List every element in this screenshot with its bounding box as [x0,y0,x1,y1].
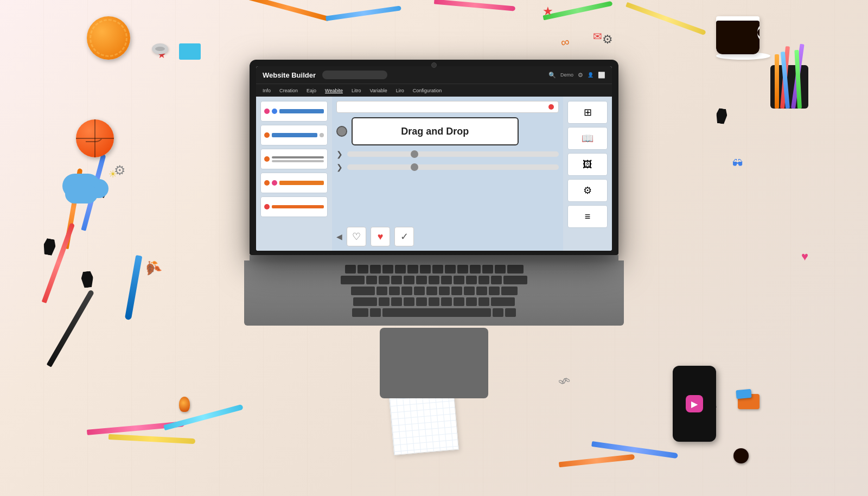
star-decor: ★ [542,4,553,18]
key [441,297,452,306]
search-icon[interactable]: 🔍 [548,72,556,79]
cup-body [716,16,760,54]
key [420,265,431,274]
nav-item-info[interactable]: Info [263,88,271,93]
main-content: Drag and Drop ❯ ❯ ◀ ♡ [256,97,612,251]
trackpad[interactable] [380,328,488,398]
nav-item-configuration[interactable]: Configuration [413,88,442,93]
text-line-1 [272,156,324,158]
right-item-1[interactable]: ⊞ [567,101,608,124]
panel-row-3 [260,149,328,169]
dot-orange-2 [264,156,270,162]
key [476,287,487,295]
dot-pink-1 [264,109,270,114]
triangle-button[interactable]: ◀ [336,232,342,241]
nav-item-weabite[interactable]: Weabite [325,88,343,93]
coffee-cup-decor [716,16,770,60]
nav-item-liro[interactable]: Liro [396,88,404,93]
key [495,265,506,274]
right-item-2[interactable]: 📖 [567,127,608,150]
circle-icon [336,126,347,137]
key-backspace [507,265,524,274]
heart-filled-button[interactable]: ♥ [371,227,390,246]
right-panel: ⊞ 📖 🖼 ⚙ ≡ [563,97,612,251]
laptop-keyboard [244,260,624,326]
demo-text: Demo [560,72,573,78]
left-panel [256,97,332,251]
text-line-2 [272,160,324,162]
key [466,276,477,284]
key [454,297,464,306]
basketball-decor [76,119,114,157]
minimize-icon[interactable]: ⬜ [598,72,605,79]
dot-blue-1 [272,109,277,114]
key [382,265,393,274]
app-bar: Website Builder 🔍 Demo ⚙ 👤 ⬜ [256,66,612,84]
search-bar-dot [548,104,554,110]
key [464,287,475,295]
heart-doodle: ♥ [801,250,808,264]
keyboard-row-4 [255,297,613,306]
dot-red-1 [264,204,270,209]
keyboard-row-2 [255,276,613,284]
settings-icon-right: ⚙ [583,185,592,196]
laptop-hinge [250,255,618,260]
cloud-decor [65,185,98,204]
right-item-3[interactable]: 🖼 [567,153,608,176]
user-icon[interactable]: 👤 [588,72,593,78]
nav-item-variable[interactable]: Variable [369,88,387,93]
nav-item-eajo[interactable]: Eajo [307,88,316,93]
key [439,287,450,295]
nav-item-creation[interactable]: Creation [279,88,298,93]
nav-item-litro[interactable]: Litro [352,88,361,93]
phone-decor: ▶ [673,366,716,442]
laptop-screen-bezel: Website Builder 🔍 Demo ⚙ 👤 ⬜ Info Creati… [250,60,618,255]
rect-blue-2 [272,133,317,137]
drag-drop-box[interactable]: Drag and Drop [352,117,519,145]
dot-pink-2 [272,180,277,186]
slider-row-1: ❯ [336,150,559,158]
key [407,265,418,274]
panel-row-1 [260,101,328,122]
ball-curve-1 [86,123,105,142]
yarn-ball-decor [87,16,130,60]
list-icon-right: ≡ [585,211,591,222]
paint-cap-decor [179,397,190,412]
slider-row-2: ❯ [336,163,559,171]
cup-coffee [716,21,760,54]
chevron-icon-2[interactable]: ❯ [336,163,343,171]
app-bar-icons: 🔍 Demo ⚙ 👤 ⬜ [548,72,605,79]
tape-decor [152,43,168,54]
key-shift-l [353,297,377,306]
slider-1[interactable] [347,151,559,157]
heart-outline-button[interactable]: ♡ [347,227,366,246]
drag-drop-row: Drag and Drop [336,117,559,145]
pencil-cup-decor [770,65,808,109]
key [345,265,356,274]
drag-drop-label: Drag and Drop [401,126,469,137]
key [491,276,502,284]
key [470,265,481,274]
key-tab [341,276,365,284]
search-bar-container[interactable] [336,101,559,113]
key-fn [505,308,516,317]
nav-bar: Info Creation Eajo Weabite Litro Variabl… [256,84,612,97]
key [391,276,402,284]
app-search-bar[interactable] [322,71,387,79]
settings-icon[interactable]: ⚙ [578,72,583,79]
check-button[interactable]: ✓ [394,227,414,246]
key [466,297,477,306]
right-item-4[interactable]: ⚙ [567,179,608,202]
ink-cap-decor [733,448,749,463]
key [432,265,443,274]
dot-gray-1 [320,133,324,137]
panel-row-5 [260,196,328,217]
slider-2[interactable] [347,164,559,170]
key-shift [501,287,518,295]
key-alt-r [493,308,503,317]
key [395,265,406,274]
chevron-icon-1[interactable]: ❯ [336,150,343,158]
right-item-5[interactable]: ≡ [567,205,608,228]
bottom-buttons-row: ◀ ♡ ♥ ✓ [336,227,559,246]
key [429,276,439,284]
